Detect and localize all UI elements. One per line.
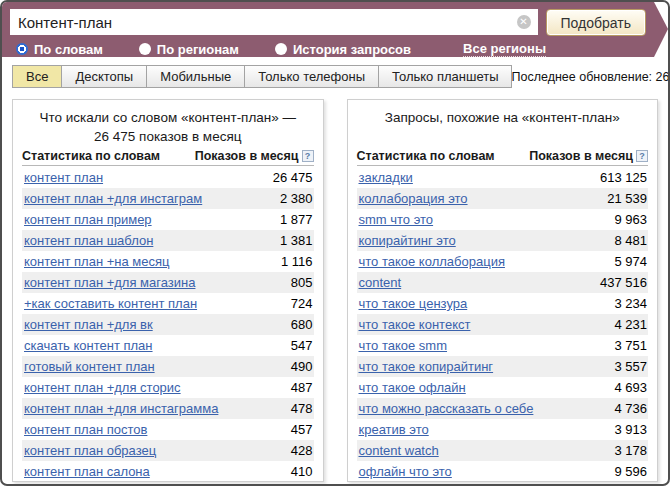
count-value: 3 178 (614, 443, 647, 458)
count-value: 680 (291, 317, 313, 332)
count-value: 4 231 (614, 317, 647, 332)
device-tab[interactable]: Десктопы (61, 65, 147, 88)
table-row: content watch 3 178 (357, 440, 649, 461)
table-row: контент план салона 410 (22, 461, 314, 482)
radio-option[interactable]: История запросов (275, 42, 411, 57)
table-row: что такое контекст 4 231 (357, 314, 649, 335)
query-link[interactable]: контент план (24, 170, 103, 185)
table-row: +как составить контент план 724 (22, 293, 314, 314)
radio-icon (139, 43, 151, 55)
count-value: 1 877 (280, 212, 313, 227)
count-value: 9 596 (614, 464, 647, 479)
help-icon[interactable]: ? (302, 150, 314, 162)
query-link[interactable]: что такое контекст (359, 317, 471, 332)
count-value: 3 913 (614, 422, 647, 437)
query-link[interactable]: креатив это (359, 422, 429, 437)
count-value: 437 516 (600, 275, 647, 290)
help-icon[interactable]: ? (636, 150, 648, 162)
radio-label: История запросов (293, 42, 411, 57)
count-value: 26 475 (273, 170, 313, 185)
table-row: что такое коллаборация 5 974 (357, 251, 649, 272)
column-header-query: Статистика по словам (357, 149, 495, 163)
query-link[interactable]: коллаборация это (359, 191, 468, 206)
all-regions-link[interactable]: Все регионы (463, 41, 546, 57)
query-link[interactable]: content (359, 275, 402, 290)
query-link[interactable]: контент план шаблон (24, 233, 153, 248)
table-row: контент план +для инстаграм 2 380 (22, 188, 314, 209)
query-link[interactable]: офлайн что это (359, 464, 452, 479)
table-row: content 437 516 (357, 272, 649, 293)
table-row: контент план пример 1 877 (22, 209, 314, 230)
count-value: 724 (291, 296, 313, 311)
table-row: закладки 613 125 (357, 167, 649, 188)
column-header-count: Показов в месяц (195, 149, 299, 163)
count-value: 2 380 (280, 191, 313, 206)
query-link[interactable]: скачать контент план (24, 338, 153, 353)
query-link[interactable]: контент план пример (24, 212, 152, 227)
table-row: офлайн что это 9 596 (357, 461, 649, 482)
search-box: ✕ (10, 9, 538, 35)
query-link[interactable]: готовый контент план (24, 359, 155, 374)
count-value: 457 (291, 422, 313, 437)
query-link[interactable]: контент план +для вк (24, 317, 153, 332)
search-input[interactable] (10, 9, 538, 35)
query-link[interactable]: content watch (359, 443, 439, 458)
table-row: готовый контент план 490 (22, 356, 314, 377)
clear-icon[interactable]: ✕ (517, 15, 531, 29)
query-link[interactable]: контент план салона (24, 464, 150, 479)
radio-option[interactable]: По регионам (139, 42, 239, 57)
count-value: 487 (291, 380, 313, 395)
count-value: 4 693 (614, 380, 647, 395)
count-value: 5 974 (614, 254, 647, 269)
query-link[interactable]: контент план постов (24, 422, 147, 437)
count-value: 8 481 (614, 233, 647, 248)
query-link[interactable]: что такое коллаборация (359, 254, 505, 269)
radio-option[interactable]: По словам (16, 42, 103, 57)
query-link[interactable]: что такое офлайн (359, 380, 466, 395)
device-tab[interactable]: Мобильные (146, 65, 245, 88)
query-link[interactable]: что такое цензура (359, 296, 468, 311)
table-row: контент план образец 428 (22, 440, 314, 461)
submit-button[interactable]: Подобрать (546, 9, 647, 36)
query-link[interactable]: что такое smm (359, 338, 448, 353)
column-header-count: Показов в месяц (529, 149, 633, 163)
table-row: коллаборация это 21 539 (357, 188, 649, 209)
table-row: скачать контент план 547 (22, 335, 314, 356)
radio-icon (16, 43, 28, 55)
query-link[interactable]: что можно рассказать о себе (359, 401, 534, 416)
count-value: 1 116 (281, 254, 313, 269)
query-link[interactable]: закладки (359, 170, 413, 185)
query-link[interactable]: что такое копирайтинг (359, 359, 494, 374)
table-row: smm что это 9 963 (357, 209, 649, 230)
count-value: 613 125 (600, 170, 647, 185)
query-link[interactable]: контент план +для инстаграмма (24, 401, 218, 416)
count-value: 1 381 (280, 233, 313, 248)
table-row: контент план +для сторис 487 (22, 377, 314, 398)
query-link[interactable]: контент план +для инстаграм (24, 191, 202, 206)
panel-title: Что искали со словом «контент-план» — 26… (22, 106, 314, 146)
table-row: что такое копирайтинг 3 557 (357, 356, 649, 377)
device-tab[interactable]: Только телефоны (244, 65, 379, 88)
device-tab[interactable]: Только планшеты (378, 65, 512, 88)
count-value: 410 (291, 464, 313, 479)
count-value: 3 557 (614, 359, 647, 374)
query-link[interactable]: копирайтинг это (359, 233, 456, 248)
count-value: 21 539 (607, 191, 647, 206)
panel-similar-queries: Запросы, похожие на «контент-план» Стати… (347, 99, 659, 482)
radio-label: По регионам (157, 42, 239, 57)
panel-word-stats: Что искали со словом «контент-план» — 26… (12, 99, 324, 482)
query-link[interactable]: контент план образец (24, 443, 156, 458)
table-row: контент план шаблон 1 381 (22, 230, 314, 251)
device-tab[interactable]: Все (12, 65, 62, 88)
table-row: что можно рассказать о себе 4 736 (357, 398, 649, 419)
query-link[interactable]: контент план +для магазина (24, 275, 195, 290)
query-link[interactable]: +как составить контент план (24, 296, 197, 311)
query-link[interactable]: контент план +для сторис (24, 380, 181, 395)
table-row: что такое цензура 3 234 (357, 293, 649, 314)
query-link[interactable]: контент план +на месяц (24, 254, 169, 269)
wordstat-window: ✕ Подобрать По словам По регионам Истори… (0, 0, 670, 486)
table-row: креатив это 3 913 (357, 419, 649, 440)
query-link[interactable]: smm что это (359, 212, 434, 227)
table-row: контент план +на месяц 1 116 (22, 251, 314, 272)
device-tabs: ВсеДесктопыМобильныеТолько телефоныТольк… (2, 65, 668, 88)
